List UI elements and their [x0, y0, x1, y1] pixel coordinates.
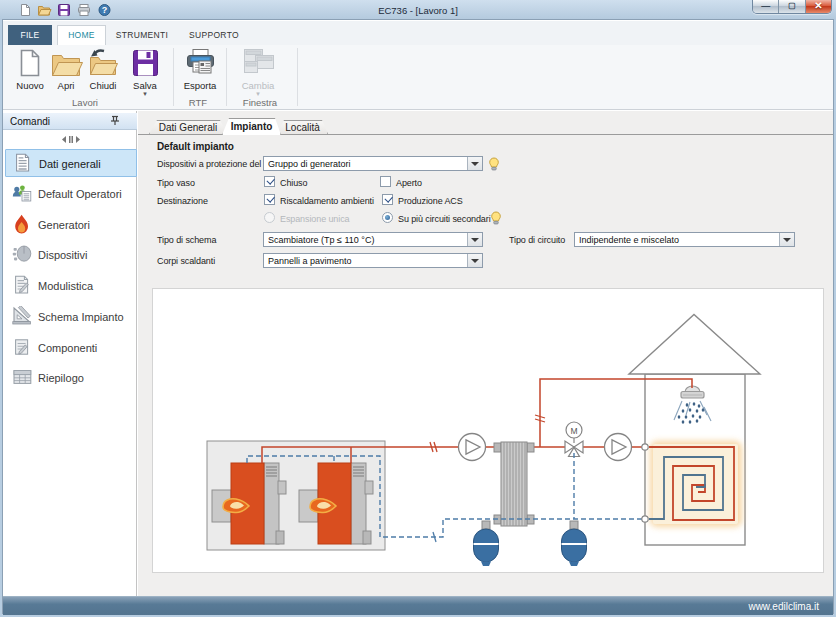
svg-text:M: M — [570, 426, 577, 436]
svg-text:?: ? — [102, 5, 108, 15]
